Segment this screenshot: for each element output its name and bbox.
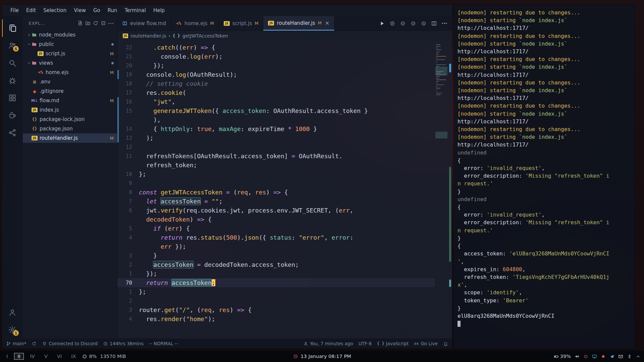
code-editor[interactable]: 22 .catch((err) => {21 console.log(err);… xyxy=(117,41,452,339)
chevron-expanded-icon: › xyxy=(26,42,32,47)
nav-circle-icon[interactable] xyxy=(410,20,416,26)
activity-search[interactable] xyxy=(2,54,23,72)
status-144hrs-36mins[interactable]: 144hrs 36mins xyxy=(103,341,144,346)
close-icon[interactable]: × xyxy=(325,20,329,26)
terminal-line: [nodemon] starting `node index.js` xyxy=(458,133,631,141)
tree-item-home-ejs[interactable]: <%home.ejsM xyxy=(23,68,117,77)
status-bell[interactable] xyxy=(443,341,448,346)
activity-debug[interactable] xyxy=(2,72,23,89)
status-connected-to-discord[interactable]: Connected to Discord xyxy=(42,341,98,346)
workspace-tag-ix[interactable]: IX xyxy=(68,353,79,359)
tray-battery[interactable]: 39% xyxy=(554,354,571,359)
minimap[interactable] xyxy=(435,43,448,339)
menu-item-view[interactable]: View xyxy=(70,7,90,13)
menu-item-selection[interactable]: Selection xyxy=(40,7,70,13)
person-icon xyxy=(303,341,308,346)
token: { xyxy=(139,125,161,132)
new-file-icon[interactable] xyxy=(77,20,83,26)
token: // setting cookie xyxy=(139,80,208,87)
tray-caret-up[interactable] xyxy=(636,354,641,359)
status-utf-8[interactable]: UTF-8 xyxy=(359,341,372,346)
activity-coffee[interactable] xyxy=(2,107,23,124)
tray-telegram[interactable] xyxy=(609,354,614,359)
terminal-line: undefined xyxy=(458,149,631,157)
refresh-icon[interactable] xyxy=(93,20,98,26)
new-folder-icon[interactable] xyxy=(85,20,91,26)
tray-mail[interactable] xyxy=(618,354,623,359)
status-main-[interactable]: main* xyxy=(6,341,26,346)
terminal-token: , xyxy=(522,266,526,273)
status--normal-[interactable]: -- NORMAL -- xyxy=(149,341,178,346)
menu-item-go[interactable]: Go xyxy=(90,7,104,13)
tray-speaker[interactable] xyxy=(575,354,580,359)
ruler-mark xyxy=(449,167,451,261)
workspace-tag-ii[interactable]: II xyxy=(14,353,24,360)
tree-item--env[interactable]: ≡.env xyxy=(23,77,117,86)
tree-item-index-js[interactable]: JSindex.js xyxy=(23,105,117,115)
overview-ruler[interactable] xyxy=(448,43,452,339)
tray-bluetooth[interactable] xyxy=(627,354,632,359)
menu-item-run[interactable]: Run xyxy=(104,7,121,13)
nav-circle-icon[interactable] xyxy=(400,20,406,26)
minimap-line xyxy=(436,51,440,52)
run-below-button[interactable] xyxy=(389,20,395,26)
status-you-7-minutes-ago[interactable]: You, 7 minutes ago xyxy=(303,341,353,346)
activity-settings[interactable]: 1 xyxy=(2,321,23,339)
workspace-tag-i[interactable]: I xyxy=(3,353,11,359)
tree-item-script-js[interactable]: JSscript.jsM xyxy=(23,49,117,58)
battery-icon xyxy=(554,354,559,359)
token xyxy=(139,243,161,250)
tree-item-package-json[interactable]: {}package.json xyxy=(23,124,117,133)
folder-icon xyxy=(32,42,37,47)
tree-item-public[interactable]: ›public xyxy=(23,40,117,49)
status-sync[interactable] xyxy=(32,341,37,346)
menu-item-edit[interactable]: Edit xyxy=(22,7,40,13)
workspace-tag-vi[interactable]: VI xyxy=(54,353,65,359)
tree-item-package-lock-json[interactable]: {}package-lock.json xyxy=(23,115,117,124)
editor-group: eview flow.md<%home.ejsMJSscript.jsMJSro… xyxy=(117,16,452,339)
minimap-line xyxy=(436,83,438,83)
js-file-icon: JS xyxy=(268,21,274,25)
breadcrumb-symbol[interactable]: getJWTAccessToken xyxy=(182,33,228,39)
activity-account[interactable] xyxy=(2,304,23,321)
workspace-tag-iv[interactable]: IV xyxy=(27,353,38,359)
split-editor-button[interactable] xyxy=(431,20,437,26)
activity-extensions[interactable] xyxy=(2,89,23,107)
terminal-window[interactable]: [nodemon] restarting due to changes...[n… xyxy=(453,5,635,349)
collapse-all-icon[interactable] xyxy=(101,20,106,26)
menu-item-help[interactable]: Help xyxy=(150,7,168,13)
tab-routehandler-js[interactable]: JSrouteHandler.jsM× xyxy=(263,16,334,31)
tree-item-views[interactable]: ›views xyxy=(23,58,117,68)
workspace-tag-v[interactable]: V xyxy=(41,353,51,359)
code-text: }; xyxy=(139,170,146,179)
tree-item-flow-md[interactable]: M↓flow.mdM xyxy=(23,96,117,105)
tray-power[interactable] xyxy=(583,354,588,359)
tree-item-node-modules[interactable]: ›node_modules xyxy=(23,30,117,40)
gutter xyxy=(117,161,119,170)
token: ); xyxy=(215,53,223,60)
token: ); xyxy=(208,315,215,322)
status-go-live[interactable]: Go Live xyxy=(414,341,438,346)
tray-record[interactable] xyxy=(601,354,606,359)
nav-circle-icon[interactable] xyxy=(421,20,427,26)
more-icon[interactable]: ··· xyxy=(108,20,114,26)
tab-home-ejs[interactable]: <%home.ejsM xyxy=(171,16,219,31)
activity-explorer[interactable] xyxy=(2,19,23,37)
tray-monitor[interactable] xyxy=(592,354,597,359)
tree-item-routehandler-js[interactable]: JSrouteHandler.jsM xyxy=(23,133,117,143)
tab-script-js[interactable]: JSscript.jsM xyxy=(219,16,264,31)
token: (( xyxy=(175,44,182,51)
code-text: let accessToken = ""; xyxy=(139,197,222,206)
activity-share[interactable] xyxy=(2,124,23,141)
tab-eview-flow-md[interactable]: eview flow.md xyxy=(117,16,171,31)
breadcrumb-file[interactable]: routeHandler.js xyxy=(130,33,166,39)
terminal-line: } xyxy=(458,304,631,312)
menu-item-terminal[interactable]: Terminal xyxy=(121,7,150,13)
run-button[interactable] xyxy=(379,20,385,26)
menu-item-file[interactable]: File xyxy=(7,7,22,13)
more-actions-button[interactable]: ··· xyxy=(441,20,447,26)
tree-item--gitignore[interactable]: ◆.gitignore xyxy=(23,86,117,96)
activity-accounts[interactable]: 5 xyxy=(2,37,23,54)
status-javascript[interactable]: { }JavaScript xyxy=(377,341,409,346)
terminal-line: [nodemon] starting `node index.js` xyxy=(458,86,631,94)
